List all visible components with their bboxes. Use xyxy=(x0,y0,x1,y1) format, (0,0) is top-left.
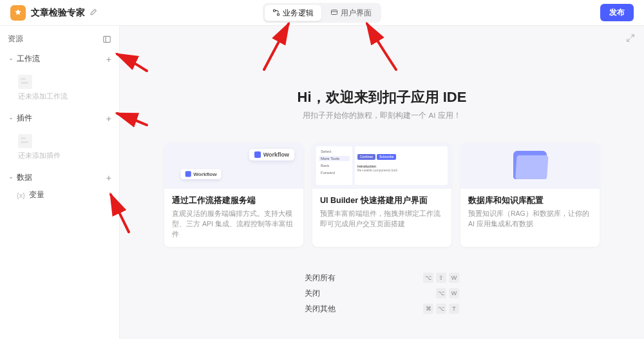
sidebar-header: 资源 xyxy=(0,31,119,50)
hero: Hi，欢迎来到扣子应用 IDE 用扣子开始你的旅程，即刻构建一个 AI 应用！ xyxy=(120,26,644,121)
card-ui-desc: 预置丰富前端组件，拖拽并绑定工作流即可完成用户交互页面搭建 xyxy=(320,209,444,229)
tab-ui[interactable]: 用户界面 xyxy=(323,5,379,21)
tab-ui-label: 用户界面 xyxy=(341,7,372,18)
plugin-empty: 还未添加插件 xyxy=(0,128,119,168)
variable-icon: {x} xyxy=(17,191,25,199)
card-database[interactable]: 数据库和知识库配置 预置知识库（RAG）和数据库，让你的 AI 应用集成私有数据 xyxy=(460,142,600,247)
svg-rect-1 xyxy=(278,14,279,15)
sidebar-item-variables[interactable]: {x} 变量 xyxy=(0,187,119,203)
add-workflow-button[interactable]: + xyxy=(106,54,111,64)
tab-logic-label: 业务逻辑 xyxy=(283,7,314,18)
sidebar-title: 资源 xyxy=(8,34,23,44)
publish-button[interactable]: 发布 xyxy=(600,4,634,21)
card-db-desc: 预置知识库（RAG）和数据库，让你的 AI 应用集成私有数据 xyxy=(468,209,592,229)
add-data-button[interactable]: + xyxy=(106,173,111,183)
top-tabs: 业务逻辑 用户界面 xyxy=(263,3,381,23)
sidebar-data-label: 数据 xyxy=(17,172,32,183)
workflow-chip: Workflow xyxy=(249,149,294,160)
expand-icon[interactable] xyxy=(626,34,635,45)
shortcut-list: 关闭所有 ⌥ ⇧ W 关闭 ⌥ W 关闭其他 ⌘ ⌥ T xyxy=(305,270,459,316)
card-db-title: 数据库和知识库配置 xyxy=(468,195,592,206)
svg-rect-2 xyxy=(332,10,337,15)
placeholder-icon xyxy=(18,134,32,148)
sidebar-collapse-icon[interactable] xyxy=(102,35,111,44)
add-plugin-button[interactable]: + xyxy=(106,113,111,124)
card-ui-preview: Select More Tools Back Forward ContinueS… xyxy=(312,142,451,189)
workflow-empty: 还未添加工作流 xyxy=(0,68,119,109)
hero-title: Hi，欢迎来到扣子应用 IDE xyxy=(120,88,644,107)
edit-icon[interactable] xyxy=(89,8,97,17)
card-workflow-title: 通过工作流搭建服务端 xyxy=(172,195,296,206)
workflow-chip: Workflow xyxy=(181,169,222,179)
card-workflow-desc: 直观灵活的服务端编排方式。支持大模型、三方 API 集成、流程控制等丰富组件 xyxy=(172,209,296,239)
svg-rect-3 xyxy=(104,36,111,42)
sidebar-section-data[interactable]: 数据 + xyxy=(0,168,119,187)
chevron-down-icon xyxy=(8,175,14,181)
card-workflow[interactable]: Workflow Workflow 通过工作流搭建服务端 直观灵活的服务端编排方… xyxy=(164,142,303,247)
hero-subtitle: 用扣子开始你的旅程，即刻构建一个 AI 应用！ xyxy=(120,111,644,121)
tab-logic[interactable]: 业务逻辑 xyxy=(265,5,321,21)
shortcut-close: 关闭 ⌥ W xyxy=(305,286,459,301)
topbar: 文章检验专家 业务逻辑 用户界面 发布 xyxy=(0,0,644,26)
card-ui-title: UI Builder 快速搭建用户界面 xyxy=(320,195,444,206)
card-workflow-preview: Workflow Workflow xyxy=(164,142,303,189)
card-db-preview xyxy=(460,142,600,189)
chevron-down-icon xyxy=(8,56,14,63)
folder-icon xyxy=(513,151,547,179)
sidebar: 资源 工作流 + 还未添加工作流 插件 + 还未添加插件 数据 + {x} 变量 xyxy=(0,26,120,339)
workflow-empty-text: 还未添加工作流 xyxy=(18,92,109,101)
main-canvas: Hi，欢迎来到扣子应用 IDE 用扣子开始你的旅程，即刻构建一个 AI 应用！ … xyxy=(120,26,644,339)
app-title: 文章检验专家 xyxy=(31,7,85,19)
sidebar-plugin-label: 插件 xyxy=(17,113,32,124)
svg-rect-0 xyxy=(274,10,276,12)
sidebar-section-plugin[interactable]: 插件 + xyxy=(0,109,119,128)
shortcut-close-all: 关闭所有 ⌥ ⇧ W xyxy=(305,270,459,286)
plugin-empty-text: 还未添加插件 xyxy=(18,151,109,160)
chevron-down-icon xyxy=(8,115,14,122)
card-ui-builder[interactable]: Select More Tools Back Forward ContinueS… xyxy=(312,142,451,247)
sidebar-workflow-label: 工作流 xyxy=(17,53,40,64)
app-icon xyxy=(10,5,26,21)
sidebar-variables-label: 变量 xyxy=(29,189,44,200)
shortcut-close-others: 关闭其他 ⌘ ⌥ T xyxy=(305,301,459,316)
feature-cards: Workflow Workflow 通过工作流搭建服务端 直观灵活的服务端编排方… xyxy=(120,142,644,247)
placeholder-icon xyxy=(18,75,32,89)
sidebar-section-workflow[interactable]: 工作流 + xyxy=(0,50,119,68)
